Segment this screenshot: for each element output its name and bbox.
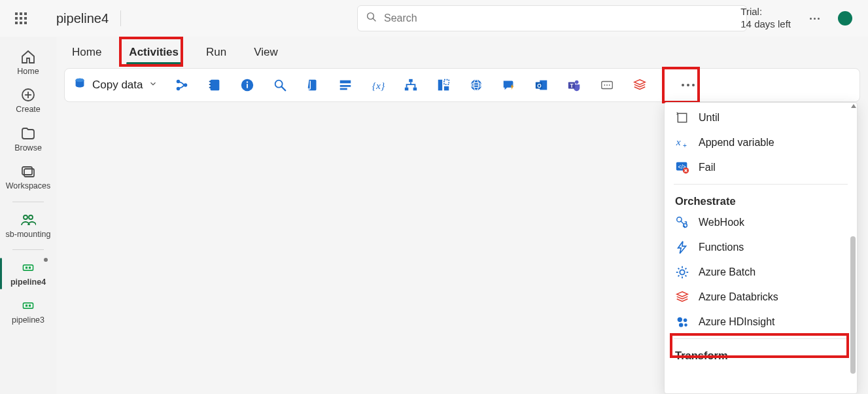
menu-scrollbar-thumb[interactable] — [850, 236, 856, 374]
svg-point-35 — [246, 81, 247, 82]
toolbar-form-button[interactable] — [336, 75, 355, 95]
nav-pipeline4[interactable]: pipeline4 — [5, 255, 52, 292]
magnifier-icon — [273, 78, 287, 92]
menu-item-azure-databricks[interactable]: Azure Databricks — [665, 285, 857, 310]
menu-item-label: Fail — [699, 162, 716, 173]
toolbar-databricks-button[interactable] — [630, 75, 650, 95]
nav-browse[interactable]: Browse — [5, 121, 52, 158]
toolbar-web-button[interactable] — [466, 75, 486, 95]
svg-rect-0 — [15, 12, 18, 15]
svg-rect-62 — [678, 113, 686, 122]
svg-text:O: O — [537, 83, 542, 89]
svg-rect-5 — [24, 17, 27, 20]
header-more-button[interactable] — [807, 18, 822, 20]
svg-line-77 — [678, 276, 680, 277]
ribbon-tabs: Home Activities Run View — [56, 37, 868, 68]
database-icon — [73, 77, 87, 94]
rail-separator — [12, 202, 44, 202]
svg-text:T: T — [570, 83, 573, 89]
toolbar-outlook-button[interactable]: O — [532, 75, 551, 95]
toolbar-semantic-button[interactable] — [499, 75, 519, 95]
svg-rect-42 — [409, 79, 413, 82]
svg-text:{x}: {x} — [372, 80, 385, 91]
toolbar-info-button[interactable] — [237, 75, 257, 95]
menu-item-until[interactable]: Until — [665, 105, 857, 130]
svg-rect-38 — [339, 81, 351, 84]
nav-browse-label: Browse — [14, 143, 42, 152]
menu-item-azure-hdinsight[interactable]: Azure HDInsight — [665, 310, 857, 334]
tab-home[interactable]: Home — [68, 41, 105, 64]
dataflow-icon — [403, 78, 419, 92]
svg-rect-1 — [20, 12, 22, 15]
svg-rect-23 — [29, 305, 31, 307]
svg-text:x: x — [676, 136, 681, 147]
svg-rect-39 — [339, 85, 351, 87]
nav-pipeline3[interactable]: pipeline3 — [5, 293, 52, 330]
script-icon — [305, 78, 320, 92]
nav-home[interactable]: Home — [5, 45, 52, 81]
form-icon — [338, 78, 353, 92]
menu-group-orchestrate: Orchestrate — [665, 188, 857, 210]
menu-item-append-variable[interactable]: x+ Append variable — [665, 130, 857, 155]
svg-rect-40 — [339, 88, 347, 90]
svg-point-55 — [574, 81, 578, 84]
toolbar-branch-button[interactable] — [172, 75, 192, 95]
pipeline-icon — [20, 259, 37, 276]
svg-rect-29 — [210, 80, 219, 91]
menu-scrollbar-track[interactable] — [849, 105, 857, 391]
menu-item-functions[interactable]: Functions — [665, 235, 857, 260]
variable-icon: {x} — [370, 78, 387, 92]
tab-run[interactable]: Run — [202, 41, 230, 64]
chevron-down-icon — [148, 79, 158, 91]
menu-group-transform: Transform — [665, 343, 857, 365]
svg-rect-22 — [26, 305, 27, 307]
svg-rect-19 — [26, 266, 27, 268]
search-input[interactable] — [384, 12, 738, 24]
toolbar-more-button[interactable] — [676, 75, 700, 95]
nav-pipeline4-label: pipeline4 — [10, 278, 46, 287]
toolbar-dataflow-button[interactable] — [401, 75, 421, 95]
functions-icon — [675, 240, 689, 255]
menu-divider-2 — [674, 338, 848, 339]
tab-view[interactable]: View — [250, 41, 282, 64]
svg-point-79 — [678, 317, 682, 322]
people-icon — [20, 211, 37, 228]
svg-line-76 — [686, 276, 687, 277]
menu-item-fail[interactable]: </> Fail — [665, 155, 857, 180]
svg-point-16 — [24, 215, 27, 219]
nav-workspaces[interactable]: Workspaces — [5, 159, 52, 196]
globe-icon — [469, 78, 483, 92]
menu-item-azure-batch[interactable]: Azure Batch — [665, 260, 857, 285]
page-title: pipeline4 — [56, 11, 109, 26]
menu-item-label: Azure HDInsight — [699, 316, 775, 328]
chat-bolt-icon — [501, 78, 517, 92]
toolbar-variable-button[interactable]: {x} — [368, 75, 388, 95]
toolbar-search-button[interactable] — [270, 75, 290, 95]
nav-workspace-sb-mounting[interactable]: sb-mounting — [5, 207, 52, 244]
app-launcher-button[interactable] — [8, 5, 34, 31]
title-divider — [120, 10, 121, 26]
svg-point-70 — [680, 270, 684, 274]
trial-label: Trial: — [740, 6, 791, 18]
toolbar-template-button[interactable] — [434, 75, 453, 95]
search-box[interactable] — [357, 5, 747, 31]
svg-line-37 — [281, 87, 285, 91]
toolbar-keyboard-button[interactable] — [597, 75, 617, 95]
home-icon — [20, 48, 37, 65]
pipeline-icon — [20, 297, 37, 314]
nav-create[interactable]: Create — [5, 82, 52, 119]
gear-icon — [675, 265, 689, 279]
user-avatar[interactable] — [838, 11, 852, 26]
menu-item-webhook[interactable]: WebHook — [665, 210, 857, 235]
browse-icon — [20, 125, 37, 142]
menu-item-label: Azure Batch — [699, 266, 755, 278]
toolbar-teams-button[interactable]: T — [564, 75, 584, 95]
toolbar-notebook-button[interactable] — [205, 75, 224, 95]
svg-rect-44 — [413, 88, 417, 91]
copy-data-button[interactable]: Copy data — [73, 77, 159, 94]
unsaved-indicator-icon — [44, 258, 48, 262]
toolbar-script-button[interactable] — [303, 75, 322, 95]
svg-point-69 — [684, 224, 687, 228]
tab-activities[interactable]: Activities — [125, 41, 182, 64]
svg-rect-2 — [24, 12, 27, 15]
